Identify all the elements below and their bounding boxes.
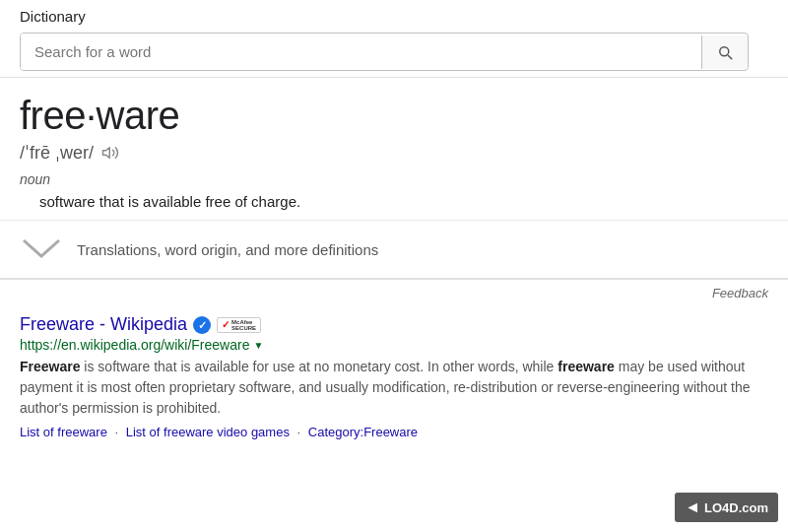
word-heading: free·ware (20, 94, 768, 138)
result-link-2[interactable]: List of freeware video games (126, 425, 290, 439)
svg-marker-0 (103, 148, 110, 159)
word-text: free·ware (20, 94, 179, 137)
link-separator-2: · (294, 425, 304, 439)
part-of-speech: noun (20, 171, 768, 187)
chevron-down-icon (20, 234, 63, 264)
definition-content: software that is available free of charg… (39, 193, 300, 210)
snippet-bold-start: Freeware (20, 359, 80, 374)
search-input[interactable] (21, 33, 701, 70)
phonetic-text: /ˈfrē ˌwer/ (20, 142, 94, 164)
header: Dictionary (0, 0, 788, 78)
results-section: Freeware - Wikipedia ✓ ✓ McAfeeSECURE ht… (0, 306, 788, 439)
definition-text: software that is available free of charg… (20, 193, 768, 210)
result-link-3[interactable]: Category:Freeware (308, 425, 418, 439)
result-snippet: Freeware is software that is available f… (20, 357, 768, 419)
watermark: ◄ LO4D.com (675, 493, 778, 522)
mcafee-text: McAfeeSECURE (231, 319, 256, 331)
more-definitions-label: Translations, word origin, and more defi… (77, 241, 378, 258)
phonetic-row: /ˈfrē ˌwer/ (20, 142, 768, 164)
watermark-brand: LO4D.com (704, 500, 768, 515)
result-title-link[interactable]: Freeware - Wikipedia ✓ ✓ McAfeeSECURE (20, 314, 768, 335)
result-url-row: https://en.wikipedia.org/wiki/Freeware ▼ (20, 337, 768, 353)
result-url-link[interactable]: https://en.wikipedia.org/wiki/Freeware (20, 337, 249, 353)
speaker-icon[interactable] (101, 144, 119, 162)
snippet-middle: is software that is available for use at… (80, 359, 558, 374)
watermark-arrow-icon: ◄ (685, 499, 700, 516)
search-button[interactable] (701, 35, 748, 69)
mcafee-badge: ✓ McAfeeSECURE (217, 317, 261, 333)
snippet-bold-freeware: freeware (558, 359, 615, 374)
more-definitions-row[interactable]: Translations, word origin, and more defi… (0, 221, 788, 280)
search-container (20, 33, 749, 71)
feedback-row: Feedback (0, 280, 788, 306)
result-link-1[interactable]: List of freeware (20, 425, 107, 439)
mcafee-check-icon: ✓ (222, 320, 230, 330)
url-dropdown-icon[interactable]: ▼ (253, 340, 263, 351)
link-separator-1: · (111, 425, 122, 439)
result-links: List of freeware · List of freeware vide… (20, 425, 768, 439)
dictionary-entry: free·ware /ˈfrē ˌwer/ noun software that… (0, 78, 788, 221)
app-title: Dictionary (20, 8, 768, 25)
search-icon (716, 43, 734, 61)
feedback-link[interactable]: Feedback (712, 286, 768, 300)
verified-badge: ✓ (193, 316, 211, 334)
result-title-text: Freeware - Wikipedia (20, 314, 187, 335)
result-item: Freeware - Wikipedia ✓ ✓ McAfeeSECURE ht… (20, 314, 768, 439)
